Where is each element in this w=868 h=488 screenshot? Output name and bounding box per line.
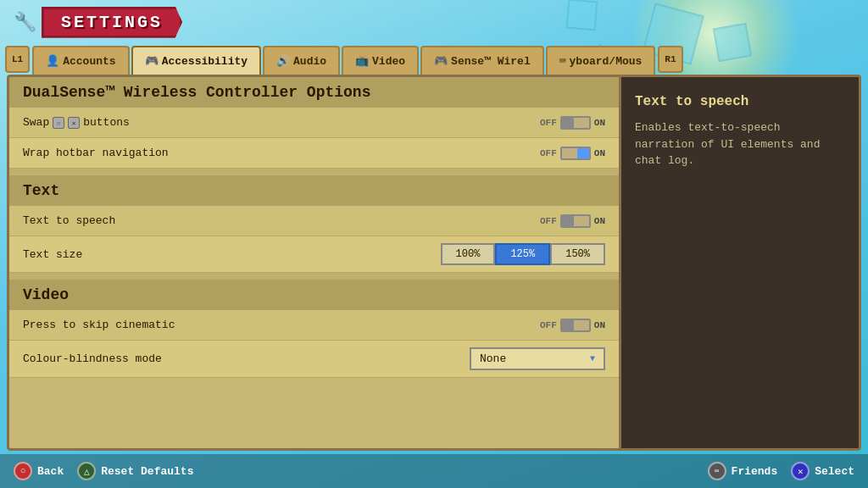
reset-defaults-button[interactable]: △ Reset Defaults [77, 462, 193, 480]
video-section-header: Video [9, 280, 619, 310]
wrap-hotbar-label: Wrap hotbar navigation [23, 147, 169, 159]
friends-label: Friends [732, 465, 778, 478]
tab-accessibility[interactable]: 🎮 Accessibility [131, 46, 261, 75]
help-title: Text to speech [635, 94, 845, 109]
size-100-btn[interactable]: 100% [441, 243, 496, 265]
text-to-speech-label: Text to speech [23, 214, 115, 227]
accessibility-icon: 🎮 [145, 54, 159, 68]
tab-video[interactable]: 📺 Video [342, 46, 419, 75]
tab-video-label: Video [372, 55, 405, 68]
swap-buttons-toggle[interactable] [560, 116, 591, 130]
wrap-off-label: OFF [540, 148, 557, 158]
wrap-on-label: ON [594, 148, 605, 158]
select-btn-icon: ✕ [791, 462, 810, 480]
swap-on-label: ON [594, 118, 605, 128]
skip-cinematic-toggle[interactable] [560, 319, 591, 332]
dualsense-section: DualSense™ Wireless Controller Options S… [9, 77, 619, 169]
audio-icon: 🔊 [276, 54, 290, 68]
friends-button[interactable]: ⌨ Friends [708, 462, 778, 480]
left-panel: DualSense™ Wireless Controller Options S… [9, 77, 621, 448]
tab-accessibility-label: Accessibility [162, 55, 248, 68]
text-to-speech-row: Text to speech OFF ON [9, 206, 619, 236]
section-spacer-2 [9, 273, 619, 280]
text-section: Text Text to speech OFF ON [9, 175, 619, 273]
back-label: Back [37, 465, 64, 478]
toggle-knob [562, 118, 574, 128]
keyboard-icon: ⌨ [559, 54, 566, 68]
swap-off-label: OFF [540, 118, 557, 128]
tab-r1-button[interactable]: R1 [658, 46, 682, 73]
wrap-hotbar-toggle[interactable] [560, 147, 591, 160]
swap-buttons-toggle-group: OFF ON [540, 116, 605, 130]
select-button[interactable]: ✕ Select [791, 462, 854, 480]
colour-blindness-row: Colour-blindness mode None ▼ [9, 341, 619, 378]
tts-toggle-group: OFF ON [540, 214, 605, 228]
toggle-knob [562, 216, 574, 226]
tab-audio[interactable]: 🔊 Audio [263, 46, 340, 75]
toggle-knob [577, 148, 589, 158]
text-size-group: 100% 125% 150% [441, 243, 605, 265]
size-150-btn[interactable]: 150% [550, 243, 605, 265]
video-section: Video Press to skip cinematic OFF ON [9, 280, 619, 378]
main-container: 🔧 SETTINGS L1 👤 Accounts 🎮 Accessibility… [0, 0, 868, 488]
accounts-icon: 👤 [46, 54, 59, 68]
circle-btn-icon: ○ [53, 117, 64, 129]
tts-toggle[interactable] [560, 214, 591, 228]
tab-accounts[interactable]: 👤 Accounts [32, 46, 129, 75]
tts-off-label: OFF [540, 216, 557, 226]
tab-sense-label: Sense™ Wirel [451, 55, 531, 68]
dropdown-arrow-icon: ▼ [590, 354, 595, 363]
right-panel: Text to speech Enables text-to-speech na… [621, 77, 859, 448]
section-spacer-1 [9, 169, 619, 175]
swap-buttons-row: Swap ○ ✕ buttons OFF ON [9, 108, 619, 138]
tab-bar: L1 👤 Accounts 🎮 Accessibility 🔊 Audio 📺 … [0, 44, 868, 75]
skip-cinematic-row: Press to skip cinematic OFF ON [9, 310, 619, 341]
title-banner: SETTINGS [42, 7, 182, 38]
tab-accounts-label: Accounts [63, 55, 115, 68]
sense-icon: 🎮 [434, 54, 448, 68]
swap-buttons-label: Swap ○ ✕ buttons [23, 116, 130, 129]
text-size-label: Text size [23, 248, 82, 261]
reset-btn-icon: △ [77, 462, 96, 480]
skip-cinematic-label: Press to skip cinematic [23, 319, 175, 331]
tts-on-label: ON [594, 216, 605, 226]
wrap-hotbar-toggle-group: OFF ON [540, 147, 605, 160]
reset-defaults-label: Reset Defaults [101, 465, 193, 478]
friends-btn-icon: ⌨ [708, 462, 726, 480]
toggle-knob [562, 320, 574, 330]
bottom-left-buttons: ○ Back △ Reset Defaults [14, 462, 193, 480]
size-125-btn[interactable]: 125% [495, 243, 550, 265]
title-bar: 🔧 SETTINGS [0, 0, 868, 44]
tab-keyboard-label: yboard/Mous [570, 55, 643, 68]
content-area: DualSense™ Wireless Controller Options S… [7, 75, 861, 451]
back-button[interactable]: ○ Back [14, 462, 64, 480]
tab-keyboard-mouse[interactable]: ⌨ yboard/Mous [546, 46, 656, 75]
colour-blindness-label: Colour-blindness mode [23, 352, 162, 365]
skip-toggle-group: OFF ON [540, 319, 605, 332]
bottom-right-buttons: ⌨ Friends ✕ Select [708, 462, 854, 480]
wrap-hotbar-row: Wrap hotbar navigation OFF ON [9, 138, 619, 169]
page-title: SETTINGS [61, 13, 163, 32]
cross-btn-icon: ✕ [68, 117, 80, 129]
tab-audio-label: Audio [293, 55, 326, 68]
skip-off-label: OFF [540, 320, 557, 330]
text-size-row: Text size 100% 125% 150% [9, 236, 619, 273]
wrench-icon: 🔧 [14, 11, 36, 34]
colour-blindness-value: None [480, 352, 506, 365]
select-label: Select [815, 465, 854, 478]
help-description: Enables text-to-speech narration of UI e… [635, 119, 845, 169]
colour-blindness-dropdown[interactable]: None ▼ [470, 347, 605, 370]
tab-l1-button[interactable]: L1 [5, 46, 30, 73]
back-btn-icon: ○ [14, 462, 32, 480]
dualsense-section-header: DualSense™ Wireless Controller Options [9, 77, 619, 108]
bottom-bar: ○ Back △ Reset Defaults ⌨ Friends ✕ Sele… [0, 454, 868, 488]
skip-on-label: ON [594, 320, 605, 330]
video-icon: 📺 [355, 54, 369, 68]
tab-sense-wirel[interactable]: 🎮 Sense™ Wirel [420, 46, 544, 75]
text-section-header: Text [9, 175, 619, 206]
